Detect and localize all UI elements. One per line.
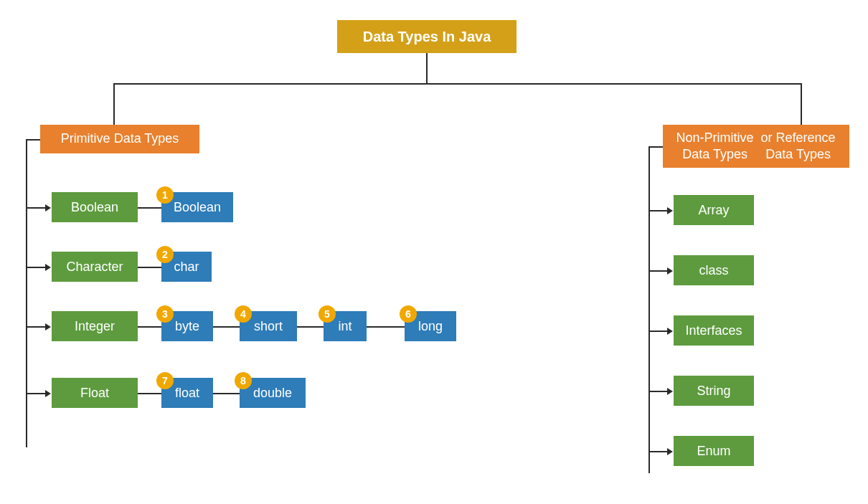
conn-line	[138, 326, 161, 328]
conn-line	[367, 326, 405, 328]
conn-line	[26, 326, 47, 328]
conn-line	[213, 393, 240, 394]
conn-line	[648, 391, 669, 392]
badge-7: 7	[156, 372, 174, 389]
category-integer: Integer	[52, 311, 138, 341]
conn-line	[113, 83, 802, 85]
conn-line	[648, 270, 669, 272]
arrow-icon	[667, 448, 673, 455]
conn-line	[113, 83, 115, 125]
conn-line	[801, 83, 802, 125]
arrow-icon	[45, 323, 51, 331]
nonprimitive-header-line1: Non-Primitive Data Types	[673, 130, 757, 163]
conn-line	[648, 451, 669, 452]
arrow-icon	[667, 207, 673, 214]
badge-2: 2	[156, 246, 174, 263]
nonprimitive-enum: Enum	[674, 436, 754, 466]
primitive-header: Primitive Data Types	[40, 125, 199, 153]
conn-line	[648, 210, 669, 211]
arrow-icon	[45, 204, 51, 211]
conn-line	[648, 146, 663, 148]
nonprimitive-string: String	[674, 376, 754, 406]
nonprimitive-header-line2: or Reference Data Types	[757, 130, 839, 163]
conn-line	[297, 326, 324, 328]
conn-line	[26, 267, 47, 268]
category-boolean: Boolean	[52, 192, 138, 222]
nonprimitive-array: Array	[674, 195, 754, 225]
conn-line	[138, 393, 161, 394]
badge-4: 4	[235, 305, 252, 323]
conn-line	[648, 146, 650, 473]
nonprimitive-class: class	[674, 255, 754, 285]
root-title: Data Types In Java	[337, 20, 516, 53]
category-float: Float	[52, 378, 138, 408]
badge-5: 5	[319, 305, 336, 323]
arrow-icon	[45, 264, 51, 271]
conn-line	[26, 393, 47, 394]
arrow-icon	[667, 328, 673, 335]
badge-1: 1	[156, 186, 174, 204]
conn-line	[426, 53, 428, 85]
conn-line	[26, 139, 40, 141]
conn-line	[26, 139, 27, 447]
arrow-icon	[667, 267, 673, 275]
conn-line	[648, 331, 669, 332]
nonprimitive-header: Non-Primitive Data Types or Reference Da…	[663, 125, 849, 168]
arrow-icon	[45, 390, 51, 397]
category-character: Character	[52, 252, 138, 282]
conn-line	[26, 207, 47, 209]
conn-line	[213, 326, 240, 328]
conn-line	[138, 267, 161, 268]
nonprimitive-interfaces: Interfaces	[674, 315, 754, 346]
badge-6: 6	[400, 305, 417, 323]
badge-3: 3	[156, 305, 174, 323]
arrow-icon	[667, 388, 673, 395]
badge-8: 8	[235, 372, 252, 389]
conn-line	[138, 207, 161, 209]
